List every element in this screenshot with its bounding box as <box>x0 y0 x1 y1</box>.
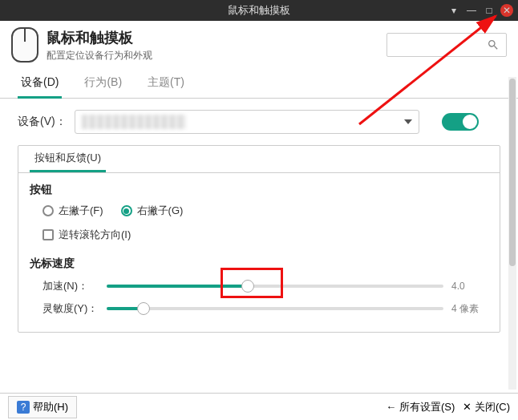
maximize-icon[interactable]: □ <box>483 4 496 17</box>
tab-theme[interactable]: 主题(T) <box>144 69 188 98</box>
scrollbar[interactable] <box>508 77 516 390</box>
menu-icon[interactable]: ▾ <box>447 4 460 17</box>
buttons-panel: 按钮和反馈(U) 按钮 左撇子(F) 右撇子(G) 逆转滚轮方向(I) 光标速度… <box>18 145 500 333</box>
chevron-down-icon <box>404 119 412 124</box>
sens-slider[interactable] <box>107 307 443 310</box>
app-icon <box>5 4 18 17</box>
device-label: 设备(V)： <box>18 115 67 129</box>
accel-label: 加速(N)： <box>42 279 99 293</box>
titlebar: 鼠标和触摸板 ▾ — □ ✕ <box>0 0 518 21</box>
footer: ?帮助(H) ← 所有设置(S) ✕ 关闭(C) <box>0 393 518 420</box>
sens-label: 灵敏度(Y)： <box>42 301 99 316</box>
checkbox-reverse-scroll[interactable]: 逆转滚轮方向(I) <box>42 228 488 242</box>
minimize-icon[interactable]: — <box>465 4 478 17</box>
tab-devices[interactable]: 设备(D) <box>18 69 62 99</box>
device-select[interactable] <box>75 110 419 134</box>
search-icon <box>487 38 500 51</box>
all-settings-button[interactable]: ← 所有设置(S) <box>386 400 455 414</box>
header: 鼠标和触摸板 配置定位设备行为和外观 <box>0 21 518 69</box>
buttons-title: 按钮 <box>30 183 488 197</box>
device-enable-toggle[interactable] <box>442 113 479 131</box>
close-button[interactable]: ✕ 关闭(C) <box>463 400 510 414</box>
radio-right-handed[interactable]: 右撇子(G) <box>121 204 184 218</box>
radio-left-handed[interactable]: 左撇子(F) <box>42 204 103 218</box>
tab-behavior[interactable]: 行为(B) <box>81 69 125 98</box>
accel-value: 4.0 <box>451 281 488 292</box>
sens-value: 4 像素 <box>451 302 488 316</box>
highlight-box <box>221 268 283 298</box>
help-button[interactable]: ?帮助(H) <box>8 396 77 418</box>
search-input[interactable] <box>386 33 507 57</box>
main-tabs: 设备(D) 行为(B) 主题(T) <box>0 69 518 99</box>
mouse-icon <box>11 27 38 63</box>
close-icon[interactable]: ✕ <box>500 4 513 17</box>
panel-tab-buttons[interactable]: 按钮和反馈(U) <box>30 146 106 172</box>
page-subtitle: 配置定位设备行为和外观 <box>47 49 152 63</box>
window-title: 鼠标和触摸板 <box>228 3 290 18</box>
page-title: 鼠标和触摸板 <box>47 28 152 47</box>
